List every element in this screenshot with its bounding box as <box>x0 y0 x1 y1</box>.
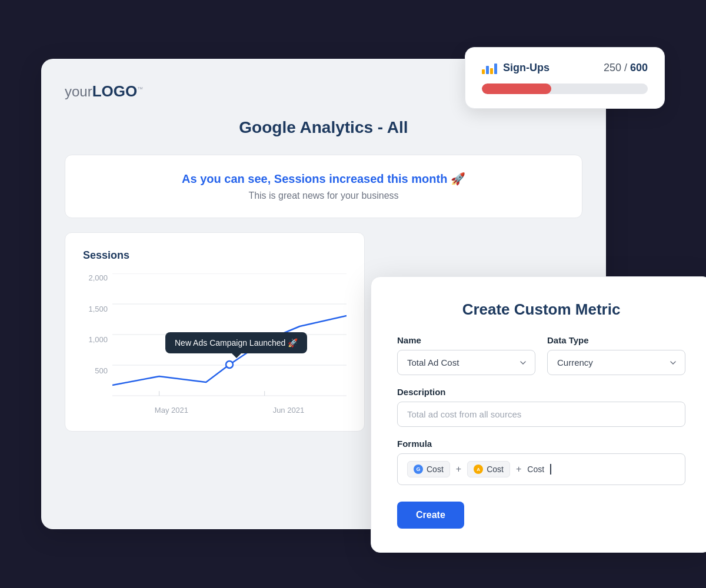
name-select[interactable]: Total Ad Cost <box>397 350 535 375</box>
logo: yourLOGO™ <box>65 83 143 99</box>
signups-progress-bar <box>482 83 648 94</box>
name-label: Name <box>397 335 535 345</box>
y-label-2: 1,000 <box>83 335 112 344</box>
signups-card: Sign-Ups 250 / 600 <box>465 47 665 109</box>
logo-tm: ™ <box>137 86 143 92</box>
bar-icon-1 <box>482 69 485 74</box>
formula-box[interactable]: G Cost + A Cost + Cost <box>397 453 685 485</box>
description-label: Description <box>397 387 685 397</box>
modal-title: Create Custom Metric <box>397 300 685 319</box>
formula-tag-google-analytics[interactable]: A Cost <box>467 461 510 477</box>
google-ads-icon: G <box>414 465 423 474</box>
tooltip-text: New Ads Campaign Launched 🚀 <box>175 338 298 348</box>
signups-title-group: Sign-Ups <box>482 62 550 74</box>
chart-x-labels: May 2021 Jun 2021 <box>112 406 347 415</box>
chart-y-labels: 2,000 1,500 1,000 500 <box>83 273 112 397</box>
formula-area: Formula G Cost + A Cost + <box>397 439 685 485</box>
x-label-may: May 2021 <box>155 406 188 415</box>
formula-plus-2: + <box>516 464 521 475</box>
signups-title: Sign-Ups <box>503 62 550 74</box>
formula-label: Formula <box>397 439 685 449</box>
formula-cursor <box>550 464 551 475</box>
signups-total: 600 <box>630 62 648 74</box>
formula-cost-1: Cost <box>427 465 444 474</box>
signups-progress-fill <box>482 83 551 94</box>
chart-area: 2,000 1,500 1,000 500 <box>83 273 347 415</box>
bar-icon-2 <box>486 66 489 74</box>
page-title: Google Analytics - All <box>65 118 582 137</box>
svg-point-7 <box>226 361 233 368</box>
signups-count: 250 / 600 <box>604 62 648 74</box>
sessions-chart-title: Sessions <box>83 249 347 262</box>
banner-subtext: This is great news for your business <box>89 191 558 201</box>
x-label-jun: Jun 2021 <box>273 406 305 415</box>
sessions-card: Sessions 2,000 1,500 1,000 500 <box>65 232 365 432</box>
formula-plus-1: + <box>456 464 461 475</box>
y-label-3: 500 <box>83 366 112 375</box>
form-row-name-type: Name Total Ad Cost Data Type Currency <box>397 335 685 375</box>
logo-brand: LOGO <box>92 82 138 100</box>
form-group-data-type: Data Type Currency <box>547 335 685 375</box>
form-group-description: Description <box>397 387 685 427</box>
bar-chart-icon <box>482 62 497 74</box>
description-input[interactable] <box>397 402 685 427</box>
bar-icon-4 <box>494 64 497 74</box>
y-label-1: 1,500 <box>83 305 112 313</box>
formula-cost-2: Cost <box>487 465 504 474</box>
google-analytics-icon: A <box>474 465 483 474</box>
bar-icon-3 <box>490 68 493 74</box>
info-banner: As you can see, Sessions increased this … <box>65 155 582 218</box>
data-type-select[interactable]: Currency <box>547 350 685 375</box>
logo-prefix: your <box>65 83 92 99</box>
custom-metric-modal: Create Custom Metric Name Total Ad Cost … <box>371 276 706 553</box>
banner-headline: As you can see, Sessions increased this … <box>89 172 558 186</box>
create-button[interactable]: Create <box>397 502 464 529</box>
y-label-0: 2,000 <box>83 273 112 282</box>
formula-cost-text: Cost <box>527 465 544 474</box>
chart-tooltip: New Ads Campaign Launched 🚀 <box>165 332 307 353</box>
form-group-name: Name Total Ad Cost <box>397 335 535 375</box>
data-type-label: Data Type <box>547 335 685 345</box>
formula-tag-google-ads[interactable]: G Cost <box>407 461 450 477</box>
signups-current: 250 <box>604 62 621 74</box>
signups-header: Sign-Ups 250 / 600 <box>482 62 648 74</box>
